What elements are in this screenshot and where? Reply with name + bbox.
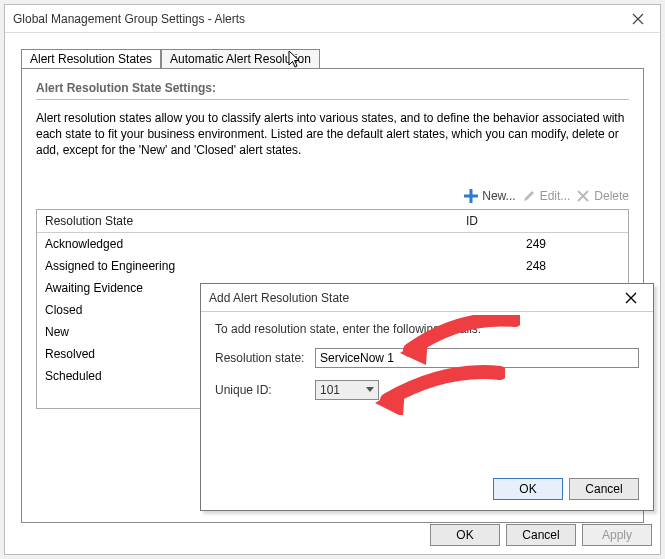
grid-header-id[interactable]: ID — [458, 210, 568, 232]
close-icon — [625, 292, 637, 304]
pencil-icon — [522, 189, 536, 203]
form-row-state: Resolution state: — [215, 348, 639, 368]
form-row-id: Unique ID: 101 — [215, 380, 639, 400]
window-title: Global Management Group Settings - Alert… — [13, 12, 616, 26]
label-unique-id: Unique ID: — [215, 383, 315, 397]
edit-button[interactable]: Edit... — [522, 189, 571, 203]
new-button-label: New... — [482, 189, 515, 203]
edit-button-label: Edit... — [540, 189, 571, 203]
new-button[interactable]: New... — [464, 189, 515, 203]
cancel-button[interactable]: Cancel — [506, 524, 576, 546]
delete-button-label: Delete — [594, 189, 629, 203]
apply-button: Apply — [582, 524, 652, 546]
plus-icon — [464, 189, 478, 203]
tab-alert-resolution-states[interactable]: Alert Resolution States — [21, 49, 161, 69]
label-resolution-state: Resolution state: — [215, 351, 315, 365]
table-row[interactable]: Assigned to Engineering 248 — [37, 255, 628, 277]
section-heading: Alert Resolution State Settings: — [36, 81, 629, 95]
section-description: Alert resolution states allow you to cla… — [36, 110, 629, 159]
dialog-footer: OK Cancel — [493, 478, 639, 500]
main-footer: OK Cancel Apply — [5, 524, 660, 546]
table-row[interactable]: Acknowledged 249 — [37, 233, 628, 255]
dialog-close-button[interactable] — [609, 284, 653, 312]
main-window: Global Management Group Settings - Alert… — [4, 4, 661, 555]
section-divider — [36, 99, 629, 100]
close-button[interactable] — [616, 5, 660, 33]
add-resolution-state-dialog: Add Alert Resolution State To add resolu… — [200, 283, 654, 511]
tab-automatic-alert-resolution[interactable]: Automatic Alert Resolution — [161, 49, 320, 69]
chevron-down-icon — [366, 387, 374, 393]
row-name: Acknowledged — [37, 233, 518, 255]
grid-header-name[interactable]: Resolution State — [37, 210, 458, 232]
delete-icon — [576, 189, 590, 203]
tabs: Alert Resolution States Automatic Alert … — [21, 47, 644, 69]
dialog-ok-button[interactable]: OK — [493, 478, 563, 500]
close-icon — [632, 13, 644, 25]
dialog-titlebar: Add Alert Resolution State — [201, 284, 653, 312]
unique-id-value: 101 — [320, 383, 340, 397]
unique-id-select[interactable]: 101 — [315, 380, 379, 400]
row-id: 248 — [518, 255, 628, 277]
grid-header: Resolution State ID — [37, 210, 628, 233]
row-name: Assigned to Engineering — [37, 255, 518, 277]
row-id: 249 — [518, 233, 628, 255]
dialog-body: To add resolution state, enter the follo… — [201, 312, 653, 422]
dialog-prompt: To add resolution state, enter the follo… — [215, 322, 639, 336]
window-frame: Global Management Group Settings - Alert… — [0, 0, 665, 559]
resolution-state-input[interactable] — [315, 348, 639, 368]
toolbar: New... Edit... Delete — [36, 189, 629, 203]
titlebar: Global Management Group Settings - Alert… — [5, 5, 660, 33]
dialog-title: Add Alert Resolution State — [209, 291, 609, 305]
ok-button[interactable]: OK — [430, 524, 500, 546]
delete-button[interactable]: Delete — [576, 189, 629, 203]
dialog-cancel-button[interactable]: Cancel — [569, 478, 639, 500]
